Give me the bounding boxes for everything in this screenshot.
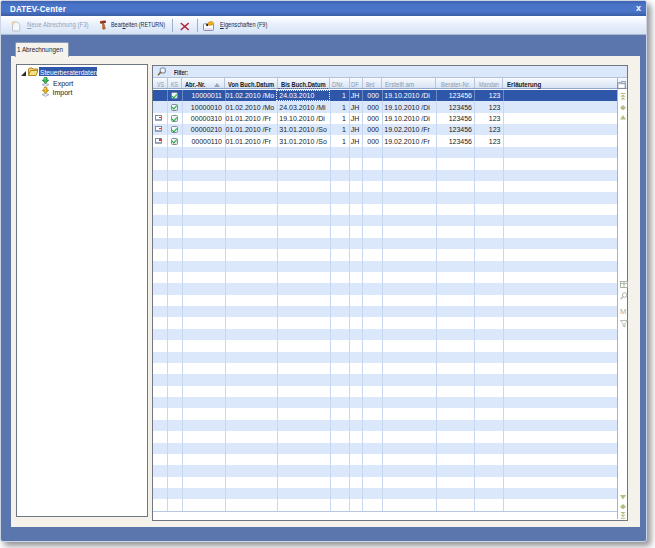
svg-text:M: M <box>620 307 626 315</box>
